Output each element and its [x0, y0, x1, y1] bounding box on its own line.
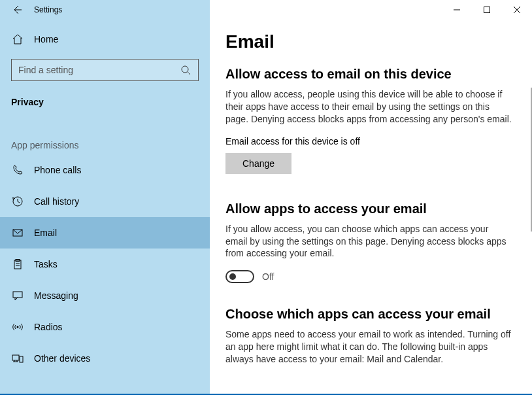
- sidebar-home[interactable]: Home: [0, 24, 210, 55]
- sidebar-item-label: Other devices: [34, 353, 90, 364]
- history-icon: [12, 196, 24, 207]
- svg-rect-10: [13, 292, 22, 298]
- sidebar: Home Privacy App permissions Phone calls: [0, 20, 210, 394]
- titlebar: Settings: [0, 0, 532, 20]
- sidebar-item-messaging[interactable]: Messaging: [0, 280, 210, 311]
- device-access-status: Email access for this device is off: [225, 136, 512, 146]
- svg-rect-1: [484, 7, 490, 13]
- message-icon: [12, 290, 24, 301]
- svg-line-5: [188, 72, 190, 75]
- tasks-icon: [12, 258, 24, 270]
- sidebar-item-label: Phone calls: [34, 165, 81, 175]
- change-button[interactable]: Change: [225, 153, 291, 174]
- radio-icon: [12, 321, 24, 333]
- search-icon: [180, 64, 191, 76]
- sidebar-home-label: Home: [34, 34, 58, 44]
- mail-icon: [12, 227, 24, 239]
- svg-rect-12: [12, 355, 19, 360]
- apps-access-toggle[interactable]: [225, 270, 254, 283]
- sidebar-section-label: App permissions: [0, 112, 210, 154]
- sidebar-item-label: Call history: [34, 196, 79, 207]
- sidebar-item-label: Messaging: [34, 290, 78, 301]
- sidebar-item-other-devices[interactable]: Other devices: [0, 343, 210, 374]
- toggle-knob: [229, 273, 236, 280]
- page-title: Email: [225, 31, 512, 52]
- section2-desc: If you allow access, you can choose whic…: [225, 223, 512, 260]
- sidebar-item-phone-calls[interactable]: Phone calls: [0, 154, 210, 186]
- maximize-button[interactable]: [472, 0, 502, 20]
- minimize-button[interactable]: [442, 0, 472, 20]
- sidebar-item-tasks[interactable]: Tasks: [0, 249, 210, 280]
- sidebar-item-email[interactable]: Email: [0, 217, 210, 249]
- phone-icon: [12, 164, 24, 176]
- close-button[interactable]: [502, 0, 532, 20]
- sidebar-item-label: Tasks: [34, 259, 58, 269]
- toggle-state-label: Off: [262, 271, 274, 282]
- section2-heading: Allow apps to access your email: [225, 201, 512, 216]
- devices-icon: [12, 352, 24, 364]
- sidebar-item-radios[interactable]: Radios: [0, 311, 210, 343]
- svg-rect-13: [20, 356, 23, 362]
- sidebar-item-label: Radios: [34, 322, 63, 332]
- svg-point-11: [17, 326, 19, 328]
- section1-desc: If you allow access, people using this d…: [225, 88, 512, 126]
- window-title: Settings: [34, 5, 62, 14]
- home-icon: [12, 33, 24, 45]
- search-input[interactable]: [18, 65, 180, 75]
- svg-point-4: [182, 66, 188, 73]
- sidebar-category[interactable]: Privacy: [0, 88, 210, 112]
- content-pane: Email Allow access to email on this devi…: [210, 20, 532, 394]
- section1-heading: Allow access to email on this device: [225, 67, 512, 82]
- back-button[interactable]: [12, 5, 22, 15]
- section3-heading: Choose which apps can access your email: [225, 307, 512, 322]
- sidebar-item-label: Email: [34, 228, 57, 238]
- section3-desc: Some apps need to access your email to w…: [225, 328, 512, 366]
- sidebar-item-call-history[interactable]: Call history: [0, 186, 210, 217]
- search-box[interactable]: [11, 59, 199, 81]
